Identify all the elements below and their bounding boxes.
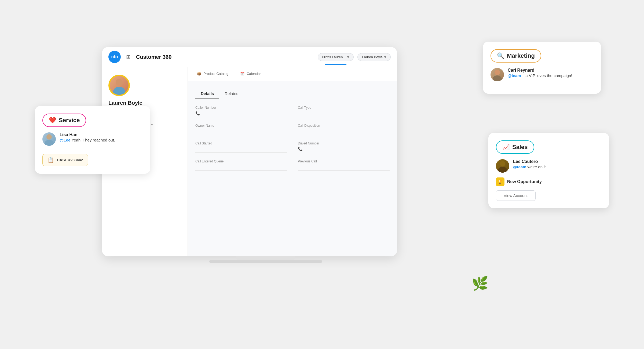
lee-name: Lee Cautero (513, 159, 547, 164)
profile-avatar (108, 75, 130, 96)
sales-chat-row: Lee Cautero @team we're on it. (496, 159, 602, 173)
carl-name: Carl Reynard (508, 68, 572, 73)
service-card: ❤️ Service Lisa Han @Lee Yeah! They reac… (35, 106, 150, 174)
tab-product-catalog[interactable]: 📦 Product Catalog (194, 67, 231, 81)
service-chat-row: Lisa Han @Lee Yeah! They reached out. (42, 132, 143, 146)
sales-card: 📈 Sales Lee Cautero @team we're on it. (488, 133, 609, 208)
svg-point-4 (495, 70, 500, 75)
header-dropdowns: 00:23 Lauren... ▾ Lauren Boyle ▾ (318, 53, 391, 61)
chart-icon: 📈 (502, 144, 510, 151)
tab-related[interactable]: Related (219, 89, 244, 99)
svg-point-5 (493, 75, 502, 81)
case-icon: 📋 (47, 157, 54, 163)
service-chat-message: @Lee Yeah! They reached out. (60, 138, 115, 142)
phone-icon-1: 📞 (195, 111, 200, 115)
marketing-chat-content: Carl Reynard @team – a VIP loves the cam… (508, 68, 572, 78)
grid-icon[interactable]: ⊞ (126, 54, 131, 60)
detail-content: Details Related Caller Number 📞 (188, 81, 397, 256)
field-call-type: Call Type (298, 106, 390, 117)
carl-avatar-inner (491, 68, 504, 81)
svg-point-3 (45, 140, 54, 146)
phone-icon-2: 📞 (298, 147, 302, 151)
svg-point-7 (498, 167, 507, 173)
profile-name: Lauren Boyle (108, 100, 181, 106)
field-caller-number: Caller Number 📞 (195, 106, 287, 117)
field-owner-name: Owner Name (195, 124, 287, 135)
nto-logo: nto (108, 51, 121, 63)
field-call-started: Call Started (195, 141, 287, 153)
laptop-header: nto ⊞ Customer 360 00:23 Lauren... ▾ Lau… (102, 47, 397, 67)
new-opportunity: 🏆 New Opportunity (496, 177, 602, 186)
detail-tabs-bar: 📦 Product Catalog 📅 Calendar (188, 67, 397, 81)
svg-point-2 (46, 134, 52, 140)
marketing-card: 🔍 Marketing Carl Reynard @team – a VIP l… (483, 42, 601, 94)
svg-point-0 (116, 79, 123, 86)
sales-chat-content: Lee Cautero @team we're on it. (513, 159, 547, 169)
svg-point-6 (500, 161, 505, 166)
user-dropdown[interactable]: Lauren Boyle ▾ (357, 53, 391, 61)
carl-avatar (491, 68, 504, 81)
detail-panel: 📦 Product Catalog 📅 Calendar Details (188, 67, 397, 256)
form-grid: Caller Number 📞 Call Type Owner Name (195, 106, 390, 171)
sales-chat-message: @team we're on it. (513, 165, 547, 169)
details-related-tabs: Details Related (195, 89, 390, 99)
heart-icon: ❤️ (49, 117, 56, 124)
tab-calendar[interactable]: 📅 Calendar (237, 67, 264, 81)
lisa-avatar-inner (42, 132, 56, 146)
marketing-badge: 🔍 Marketing (491, 49, 541, 63)
lisa-avatar (42, 132, 56, 146)
plant-decoration: 🌿 (472, 276, 488, 291)
lisa-name: Lisa Han (60, 132, 115, 137)
calendar-icon: 📅 (240, 72, 244, 76)
field-dialed-number: Dialed Number 📞 (298, 141, 390, 153)
view-account-button[interactable]: View Account (496, 190, 536, 201)
marketing-chat-row: Carl Reynard @team – a VIP loves the cam… (491, 68, 594, 81)
sales-badge: 📈 Sales (496, 140, 534, 154)
opportunity-icon: 🏆 (496, 177, 504, 186)
tab-details[interactable]: Details (195, 89, 219, 99)
field-previous-call: Previous Call (298, 159, 390, 171)
time-dropdown[interactable]: 00:23 Lauren... ▾ (318, 53, 354, 61)
marketing-chat-message: @team – a VIP loves the campaign! (508, 73, 572, 78)
lee-avatar (496, 159, 509, 173)
avatar-face (110, 76, 129, 95)
service-chat-content: Lisa Han @Lee Yeah! They reached out. (60, 132, 115, 142)
product-catalog-icon: 📦 (197, 72, 201, 76)
laptop-base (209, 260, 322, 263)
service-badge: ❤️ Service (42, 114, 86, 127)
field-call-disposition: Call Disposition (298, 124, 390, 135)
svg-point-1 (113, 87, 125, 95)
case-pill[interactable]: 📋 CASE #233442 (42, 154, 88, 166)
scene: nto ⊞ Customer 360 00:23 Lauren... ▾ Lau… (27, 20, 617, 329)
field-call-entered-queue: Call Entered Queue (195, 159, 287, 171)
search-icon: 🔍 (497, 52, 504, 59)
lee-avatar-inner (496, 159, 509, 173)
breadcrumb-title: Customer 360 (136, 54, 171, 60)
